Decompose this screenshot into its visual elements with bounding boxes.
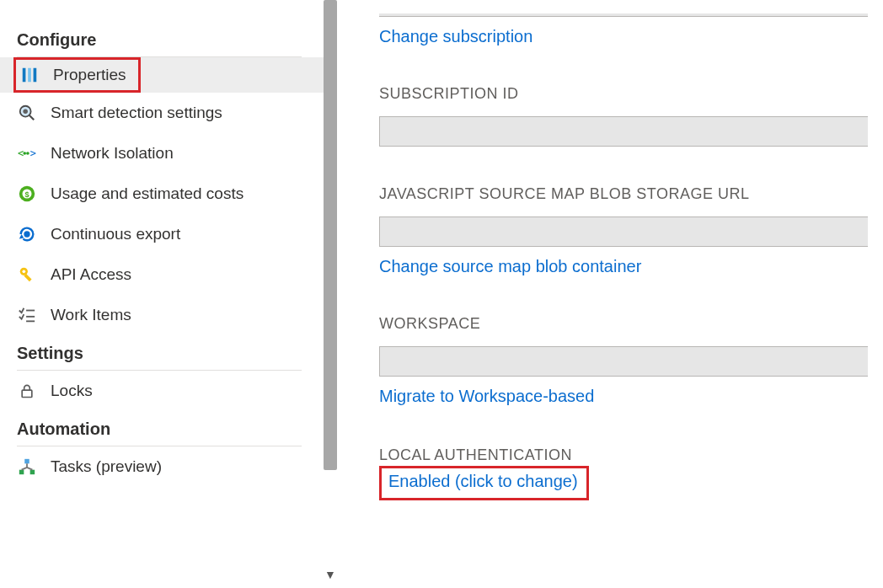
js-source-map-label: JAVASCRIPT SOURCE MAP BLOB STORAGE URL	[379, 185, 883, 203]
sidebar-item-label: API Access	[51, 265, 131, 284]
svg-rect-0	[23, 68, 26, 83]
sidebar-item-usage-costs[interactable]: $ Usage and estimated costs	[0, 174, 337, 214]
main-panel: Change subscription SUBSCRIPTION ID JAVA…	[337, 0, 883, 588]
svg-rect-22	[24, 459, 29, 464]
change-source-map-link[interactable]: Change source map blob container	[379, 257, 883, 276]
svg-text:>: >	[30, 147, 36, 159]
sidebar-item-label: Work Items	[51, 306, 131, 324]
svg-point-5	[23, 109, 28, 114]
change-subscription-link[interactable]: Change subscription	[379, 27, 532, 46]
sidebar-item-label: Usage and estimated costs	[51, 184, 243, 203]
svg-marker-13	[19, 234, 24, 239]
svg-rect-2	[34, 68, 37, 83]
lock-icon	[17, 381, 37, 401]
sidebar-item-label: Properties	[53, 66, 126, 84]
section-header-configure: Configure	[0, 22, 337, 56]
continuous-export-icon	[17, 224, 37, 244]
svg-text:$: $	[24, 190, 29, 199]
sidebar-item-smart-detection[interactable]: Smart detection settings	[0, 93, 337, 133]
section-header-settings: Settings	[0, 335, 337, 370]
properties-icon	[19, 65, 40, 85]
workspace-label: WORKSPACE	[379, 315, 883, 333]
sidebar-item-network-isolation[interactable]: <> Network Isolation	[0, 133, 337, 174]
svg-line-26	[22, 468, 27, 470]
scrollbar[interactable]: ▼	[324, 0, 337, 588]
subscription-id-input[interactable]	[379, 116, 868, 147]
checklist-icon	[17, 305, 37, 325]
svg-rect-24	[30, 470, 35, 475]
migrate-workspace-link[interactable]: Migrate to Workspace-based	[379, 387, 883, 406]
highlight-box: Enabled (click to change)	[379, 466, 589, 500]
sidebar-item-continuous-export[interactable]: Continuous export	[0, 214, 337, 254]
sidebar-item-label: Locks	[51, 382, 93, 400]
subscription-id-label: SUBSCRIPTION ID	[379, 85, 883, 103]
subscription-field[interactable]	[379, 13, 868, 17]
sidebar-item-label: Tasks (preview)	[51, 457, 162, 476]
chevron-down-icon[interactable]: ▼	[322, 568, 337, 585]
svg-rect-17	[24, 274, 31, 281]
tasks-icon	[17, 457, 37, 477]
usage-cost-icon: $	[17, 184, 37, 204]
sidebar: Configure Properties Smart detection set…	[0, 0, 337, 588]
svg-line-27	[27, 468, 32, 470]
key-icon	[17, 265, 37, 285]
sidebar-item-locks[interactable]: Locks	[0, 371, 337, 411]
svg-rect-21	[22, 390, 32, 397]
sidebar-item-label: Network Isolation	[51, 144, 174, 163]
svg-line-4	[29, 115, 35, 120]
svg-rect-23	[19, 470, 24, 475]
local-auth-label: LOCAL AUTHENTICATION	[379, 446, 883, 464]
sidebar-item-label: Continuous export	[51, 225, 180, 243]
local-auth-toggle-link[interactable]: Enabled (click to change)	[388, 472, 578, 490]
sidebar-item-label: Smart detection settings	[51, 104, 222, 122]
sidebar-item-properties[interactable]: Properties	[0, 57, 337, 93]
scrollbar-thumb[interactable]	[324, 0, 337, 470]
svg-text:<: <	[18, 147, 24, 159]
network-isolation-icon: <>	[17, 143, 37, 163]
magnifier-gear-icon	[17, 103, 37, 123]
svg-point-7	[23, 152, 26, 155]
sidebar-item-api-access[interactable]: API Access	[0, 254, 337, 295]
section-header-automation: Automation	[0, 411, 337, 446]
sidebar-item-work-items[interactable]: Work Items	[0, 295, 337, 335]
sidebar-item-tasks[interactable]: Tasks (preview)	[0, 446, 337, 487]
svg-point-8	[26, 152, 29, 155]
svg-point-16	[23, 270, 26, 274]
js-source-map-input[interactable]	[379, 216, 868, 247]
svg-rect-1	[28, 68, 31, 83]
workspace-input[interactable]	[379, 346, 868, 377]
highlight-box: Properties	[13, 57, 141, 93]
svg-point-14	[24, 231, 29, 237]
